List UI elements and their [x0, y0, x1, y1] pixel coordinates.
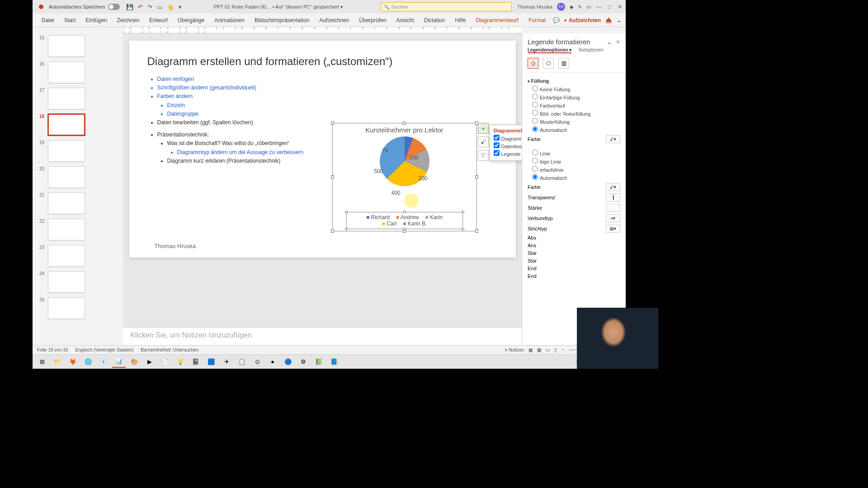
tab-legendenoptionen[interactable]: Legendenoptionen ▾ — [528, 47, 571, 53]
outlook-icon[interactable]: 📧 — [97, 356, 110, 368]
zoom-out-icon[interactable]: − — [561, 347, 564, 352]
resize-handle[interactable] — [403, 211, 406, 213]
save-icon[interactable]: 💾 — [126, 4, 133, 10]
effects-icon[interactable]: ⬠ — [543, 58, 554, 69]
thumb-19[interactable]: 19 — [37, 140, 118, 162]
data-label[interactable]: 500 — [374, 168, 383, 174]
radio-bild[interactable]: Bild- oder Texturfüllung — [532, 110, 620, 117]
compound-select[interactable]: ≡▾ — [606, 214, 620, 222]
minimize-icon[interactable]: — — [596, 4, 602, 10]
size-props-icon[interactable]: ▥ — [558, 58, 569, 69]
chart-elements-button[interactable]: ＋ — [478, 123, 489, 134]
tab-ueberpruefen[interactable]: Überprüfen — [354, 14, 391, 26]
radio-bige-linie[interactable]: bige Linie — [532, 158, 620, 164]
start-from-beginning-icon[interactable]: ▭ — [157, 4, 162, 10]
resize-handle[interactable] — [462, 211, 464, 213]
radio-auto[interactable]: Automatisch — [532, 126, 620, 133]
settings-icon[interactable]: ⚙ — [297, 356, 310, 368]
window-icon[interactable]: ▭ — [586, 4, 591, 10]
chart-filters-button[interactable]: ▽ — [478, 150, 489, 161]
slide-canvas[interactable]: Diagramm erstellen und formatieren („cus… — [129, 41, 516, 258]
radio-erlaufslinie[interactable]: erlaufslinie — [532, 166, 620, 173]
resize-handle[interactable] — [345, 211, 348, 213]
slide-title[interactable]: Diagramm erstellen und formatieren („cus… — [147, 55, 498, 68]
legend-item[interactable]: Karin B. — [403, 221, 427, 227]
view-reading-icon[interactable]: ▭ — [546, 347, 550, 352]
slide-thumbnails-panel[interactable]: 15 16 17 18 19 20 21 22 23 24 25 — [33, 33, 123, 345]
pen-icon[interactable]: ✎ — [578, 4, 582, 10]
thumb-15[interactable]: 15 — [37, 35, 118, 57]
tab-textoptionen[interactable]: Textoptionen — [578, 47, 604, 53]
close-icon[interactable]: ✕ — [618, 4, 622, 10]
tab-aufzeichnen[interactable]: Aufzeichnen — [315, 14, 354, 26]
app-icon[interactable]: ● — [266, 356, 279, 368]
tab-diagrammentwurf[interactable]: Diagrammentwurf — [471, 14, 523, 26]
legend-item[interactable]: Richard — [366, 214, 390, 221]
data-label[interactable]: 150 — [410, 155, 419, 161]
tab-bildschirm[interactable]: Bildschirmpräsentation — [250, 14, 314, 26]
maximize-icon[interactable]: □ — [608, 4, 611, 10]
thumb-21[interactable]: 21 — [37, 192, 118, 214]
tab-animationen[interactable]: Animationen — [210, 14, 249, 26]
radio-linie[interactable]: Linie — [532, 150, 620, 156]
qat-more-icon[interactable]: ▾ — [179, 4, 182, 10]
radio-farbverlauf[interactable]: Farbverlauf — [532, 102, 620, 108]
tab-datei[interactable]: Datei — [37, 14, 59, 26]
chart-elements-popup[interactable]: Diagrammelemente Diagrammtitel Datenbesc… — [490, 125, 522, 161]
view-normal-icon[interactable]: ▦ — [528, 347, 533, 352]
autosave-toggle[interactable]: Automatisches Speichern — [49, 4, 120, 10]
record-button[interactable]: Aufzeichnen — [564, 17, 601, 23]
fill-line-icon[interactable]: ◇ — [528, 58, 538, 69]
resize-handle[interactable] — [403, 122, 406, 125]
undo-icon[interactable]: ↶ — [138, 4, 143, 10]
data-label[interactable]: 74 — [382, 147, 388, 154]
app-icon[interactable]: 🟦 — [204, 356, 218, 368]
tab-hilfe[interactable]: Hilfe — [450, 14, 470, 26]
tab-entwurf[interactable]: Entwurf — [145, 14, 172, 26]
notes-pane[interactable]: Klicken Sie, um Notizen hinzuzufügen — [123, 327, 522, 345]
chart-legend[interactable]: Richard Andrew Karin Carl Karin B. — [346, 212, 463, 229]
thumb-20[interactable]: 20 — [37, 166, 118, 188]
tab-uebergaenge[interactable]: Übergänge — [173, 14, 209, 26]
radio-linie-auto[interactable]: Automatisch — [532, 174, 620, 181]
thumb-24[interactable]: 24 — [37, 271, 118, 293]
app-icon[interactable]: 🎨 — [127, 356, 141, 368]
legend-item[interactable]: Andrew — [396, 214, 419, 221]
width-input[interactable] — [606, 204, 620, 212]
resize-handle[interactable] — [403, 228, 406, 230]
color-picker[interactable]: 🖊▾ — [606, 135, 620, 143]
app-icon[interactable]: ⊙ — [250, 356, 264, 368]
pane-close-icon[interactable]: ✕ — [616, 39, 620, 45]
slide-counter[interactable]: Folie 18 von 33 — [37, 347, 68, 352]
tab-dictation[interactable]: Dictation — [420, 14, 450, 26]
color-picker2[interactable]: 🖊▾ — [606, 183, 620, 191]
ribbon-chevron-icon[interactable]: ⌄ — [617, 17, 621, 23]
app-icon[interactable]: 📋 — [235, 356, 249, 368]
section-fuellung[interactable]: Füllung — [528, 78, 620, 84]
check-legende[interactable]: Legende — [494, 150, 522, 157]
data-label[interactable]: 200 — [419, 175, 428, 182]
app-icon[interactable]: 📘 — [327, 356, 341, 368]
language-status[interactable]: Englisch (Vereinigte Staaten) — [75, 347, 133, 352]
resize-handle[interactable] — [345, 228, 348, 230]
search-input[interactable]: Suchen — [381, 2, 512, 11]
telegram-icon[interactable]: ✈ — [220, 356, 233, 368]
accessibility-status[interactable]: Barrierefreiheit: Untersuchen — [141, 347, 198, 352]
touch-mode-icon[interactable]: 👆 — [167, 4, 174, 10]
chart-title[interactable]: Kursteilnehmer pro Lektor — [333, 126, 476, 134]
powerpoint-icon[interactable]: 📊 — [112, 356, 126, 368]
onenote-icon[interactable]: 📓 — [189, 356, 203, 368]
excel-icon[interactable]: 📗 — [312, 356, 326, 368]
firefox-icon[interactable]: 🦊 — [66, 356, 80, 368]
thumb-25[interactable]: 25 — [37, 297, 118, 319]
dash-select[interactable]: ▤▾ — [606, 225, 620, 233]
chart-styles-button[interactable]: 🖌 — [478, 136, 489, 147]
transp-input[interactable]: ┃ — [606, 193, 620, 202]
chart-object[interactable]: Kursteilnehmer pro Lektor 74 150 200 400… — [332, 123, 477, 231]
slide-footer[interactable]: Thomas Hruska — [155, 243, 196, 249]
redo-icon[interactable]: ↷ — [147, 4, 152, 10]
resize-handle[interactable] — [475, 230, 478, 233]
resize-handle[interactable] — [462, 228, 464, 230]
explorer-icon[interactable]: 📁 — [51, 356, 64, 368]
legend-item[interactable]: Karin — [425, 214, 443, 221]
